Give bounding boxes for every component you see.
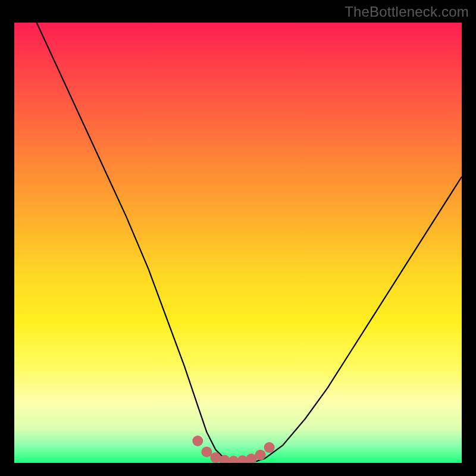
chart-svg: [14, 23, 462, 463]
dip-dot: [264, 442, 275, 453]
dip-dot: [255, 450, 266, 461]
bottleneck-curve-path: [37, 23, 462, 463]
dip-dot: [192, 436, 203, 446]
watermark-text: TheBottleneck.com: [345, 4, 469, 20]
chart-frame: TheBottleneck.com: [0, 0, 476, 476]
plot-area: [14, 23, 462, 463]
dip-dot: [201, 447, 212, 458]
dip-dots-group: [192, 436, 274, 463]
curve-line: [37, 23, 462, 463]
